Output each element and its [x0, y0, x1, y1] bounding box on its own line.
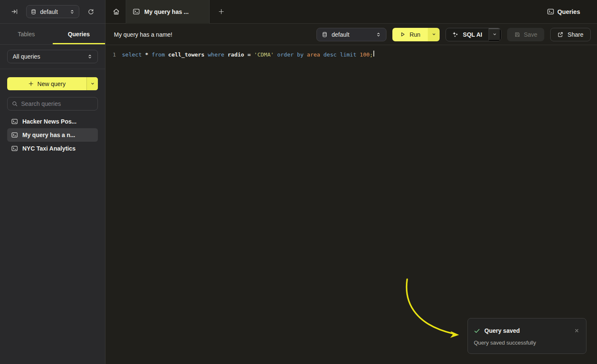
save-button[interactable]: Save: [507, 28, 544, 41]
sidebar-database-selector[interactable]: default: [26, 5, 79, 18]
query-list-item[interactable]: Hacker News Pos...: [7, 115, 98, 128]
chevron-down-icon: [492, 32, 497, 37]
search-icon: [12, 101, 18, 107]
line-number: 1: [113, 51, 118, 59]
database-icon: [31, 9, 36, 15]
header-database-selector[interactable]: default: [316, 28, 386, 41]
share-label: Share: [567, 31, 583, 38]
chevron-updown-icon: [70, 9, 75, 14]
run-options-button[interactable]: [428, 28, 440, 41]
topbar: My query has ... Queries: [105, 0, 597, 24]
new-query-button[interactable]: New query: [7, 77, 98, 90]
queries-filter-select[interactable]: All queries: [7, 50, 98, 63]
share-external-icon: [557, 32, 563, 38]
sql-ai-button[interactable]: SQL AI: [446, 28, 489, 41]
query-item-label: Hacker News Pos...: [22, 118, 76, 125]
code-line[interactable]: 1 select * from cell_towers where radio …: [113, 51, 597, 59]
search-queries-input[interactable]: [21, 100, 97, 107]
saved-queries-list: Hacker News Pos... My query has a n...: [7, 115, 98, 155]
header-database-value: default: [332, 31, 372, 38]
run-label: Run: [410, 31, 421, 38]
chevron-updown-icon: [376, 32, 381, 37]
collapse-sidebar-button[interactable]: [11, 8, 19, 16]
new-query-label: New query: [38, 81, 66, 87]
new-tab-button[interactable]: [213, 4, 229, 19]
query-terminal-icon: [547, 8, 554, 15]
text-caret: [373, 51, 374, 57]
chevron-updown-icon: [87, 54, 92, 59]
queries-panel-label: Queries: [557, 8, 580, 15]
plus-icon: [28, 81, 34, 86]
query-item-label: My query has a n...: [22, 132, 75, 138]
new-query-main[interactable]: New query: [7, 77, 86, 90]
sparkles-icon: [452, 31, 459, 38]
queries-filter-section: All queries: [0, 45, 105, 69]
tab-queries[interactable]: Queries: [53, 24, 105, 44]
check-icon: [474, 328, 480, 334]
plus-icon: [218, 8, 224, 15]
sql-ai-label: SQL AI: [463, 31, 482, 38]
queries-filter-value: All queries: [13, 53, 87, 60]
search-queries-box: [7, 97, 98, 111]
run-button[interactable]: Run: [392, 28, 428, 41]
sidebar-header: default: [0, 0, 105, 24]
database-icon: [322, 32, 327, 38]
query-header: My query has a name! default Run: [105, 24, 597, 45]
toast-message: Query saved successfully: [474, 340, 580, 346]
share-button[interactable]: Share: [550, 28, 591, 41]
run-button-group: Run: [392, 28, 440, 41]
close-icon: [574, 328, 579, 333]
chevron-down-icon: [90, 81, 95, 86]
tab-title: My query has ...: [144, 8, 189, 15]
query-terminal-icon: [133, 8, 140, 15]
query-terminal-icon: [11, 146, 18, 151]
sidebar: default Tables Queries All queries: [0, 0, 105, 364]
tab-tables[interactable]: Tables: [0, 24, 53, 44]
tab-my-query[interactable]: My query has ...: [126, 0, 210, 24]
sidebar-database-value: default: [40, 8, 66, 15]
sql-ai-options-button[interactable]: [489, 28, 501, 41]
toast-query-saved: Query saved Query saved successfully: [467, 318, 586, 354]
chevron-down-icon: [432, 32, 436, 37]
save-icon: [514, 32, 520, 38]
query-title: My query has a name!: [114, 31, 173, 38]
queries-panel-button[interactable]: Queries: [547, 8, 580, 15]
sql-code: select * from cell_towers where radio = …: [122, 51, 373, 59]
sidebar-tabs: Tables Queries: [0, 24, 105, 45]
query-terminal-icon: [11, 119, 18, 124]
toast-close-button[interactable]: [573, 327, 580, 334]
save-label: Save: [524, 31, 538, 38]
home-icon: [113, 8, 120, 15]
play-icon: [400, 32, 405, 37]
toast-title: Query saved: [484, 327, 520, 334]
query-list-item[interactable]: NYC Taxi Analytics: [7, 142, 98, 155]
sql-ai-button-group: SQL AI: [446, 28, 501, 41]
query-terminal-icon: [11, 132, 18, 138]
home-button[interactable]: [108, 3, 124, 20]
sql-editor[interactable]: 1 select * from cell_towers where radio …: [105, 46, 597, 364]
refresh-button[interactable]: [87, 8, 95, 16]
query-list-item-selected[interactable]: My query has a n...: [7, 128, 98, 142]
collapse-sidebar-icon: [11, 8, 18, 15]
refresh-icon: [88, 8, 94, 15]
new-query-dropdown-button[interactable]: [86, 77, 98, 90]
query-item-label: NYC Taxi Analytics: [22, 145, 76, 152]
